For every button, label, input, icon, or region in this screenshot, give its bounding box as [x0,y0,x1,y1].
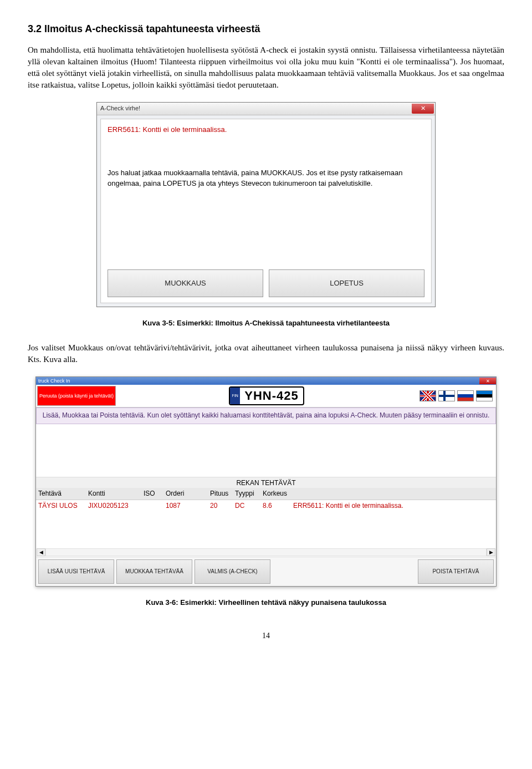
plate-number: YHN-425 [240,388,303,404]
plate-country-code: FIN [230,388,240,404]
figure-caption-1: Kuva 3-5: Esimerkki: Ilmoitus A-Chekissä… [28,318,504,328]
table-row[interactable]: TÄYSI ULOS JIXU0205123 1087 20 DC 8.6 ER… [36,500,496,512]
paragraph-1: On mahdollista, että huolimatta tehtävät… [28,44,504,91]
table-header: Tehtävä Kontti ISO Orderi Pituus Tyyppi … [36,488,496,500]
lopetus-button[interactable]: LOPETUS [269,269,424,297]
app-title: truck Check In [38,378,70,385]
muokkaus-button[interactable]: MUOKKAUS [108,269,263,297]
dialog-body: ERR5611: Kontti ei ole terminaalissa. Jo… [100,119,432,303]
cell-iso [144,501,166,511]
language-flags [416,385,496,407]
plate-area: FIN YHN-425 [117,385,416,407]
cell-tyyppi: DC [235,501,263,511]
flag-fi-icon[interactable] [438,390,455,401]
scroll-left-icon[interactable]: ◀ [37,548,45,556]
close-icon[interactable]: ✕ [412,104,434,114]
app-titlebar: truck Check In ✕ [36,377,496,385]
dialog-title: A-Check virhe! [100,104,140,113]
col-pituus: Pituus [210,489,235,498]
flag-ru-icon[interactable] [457,390,474,401]
scroll-right-icon[interactable]: ▶ [487,548,495,556]
col-kontti: Kontti [88,489,144,498]
cell-tehtava: TÄYSI ULOS [38,501,88,511]
tasks-panel [36,424,496,477]
paragraph-2: Jos valitset Muokkaus on/ovat tehtäväriv… [28,342,504,365]
add-task-button[interactable]: LISÄÄ UUSI TEHTÄVÄ [38,559,114,584]
ready-acheck-button[interactable]: VALMIS (A-CHECK) [195,559,270,584]
cell-korkeus: 8.6 [263,501,293,511]
tasks-table: Tehtävä Kontti ISO Orderi Pituus Tyyppi … [36,488,496,512]
dialog-button-row: MUOKKAUS LOPETUS [108,269,424,297]
cell-error: ERR5611: Kontti ei ole terminaalissa. [293,501,494,511]
page-number: 14 [28,630,504,641]
scrollbar-track[interactable] [45,548,487,556]
col-orderi: Orderi [166,489,210,498]
dialog-titlebar: A-Check virhe! ✕ [97,103,435,115]
cell-orderi: 1087 [166,501,210,511]
col-tehtava: Tehtävä [38,489,88,498]
cell-kontti: JIXU0205123 [88,501,144,511]
notice-bar: Lisää, Muokkaa tai Poista tehtäviä. Kun … [36,408,496,424]
close-icon[interactable]: ✕ [479,378,496,384]
delete-task-button[interactable]: POISTA TEHTÄVÄ [418,559,494,584]
error-dialog: A-Check virhe! ✕ ERR5611: Kontti ei ole … [96,102,436,307]
checkin-window: truck Check In ✕ Peruuta (poista käynti … [35,376,497,587]
flag-uk-icon[interactable] [420,390,436,401]
col-error [293,489,494,498]
tasks-title: REKAN TEHTÄVÄT [36,477,496,488]
figure-caption-2: Kuva 3-6: Esimerkki: Virheellinen tehtäv… [28,598,504,608]
error-message: ERR5611: Kontti ei ole terminaalissa. [108,125,424,135]
license-plate: FIN YHN-425 [229,386,304,405]
section-heading: 3.2 Ilmoitus A-checkissä tapahtuneesta v… [28,22,504,36]
app-header: Peruuta (poista käynti ja tehtävät) FIN … [36,385,496,408]
col-korkeus: Korkeus [263,489,293,498]
table-empty-area: ◀ ▶ [36,511,496,557]
spacer [273,559,416,584]
col-iso: ISO [144,489,166,498]
col-tyyppi: Tyyppi [235,489,263,498]
dialog-instruction: Jos haluat jatkaa muokkaamalla tehtäviä,… [108,168,424,188]
edit-task-button[interactable]: MUOKKAA TEHTÄVÄÄ [116,559,192,584]
app-button-row: LISÄÄ UUSI TEHTÄVÄ MUOKKAA TEHTÄVÄÄ VALM… [36,557,496,586]
cancel-visit-button[interactable]: Peruuta (poista käynti ja tehtävät) [37,386,116,406]
cell-pituus: 20 [210,501,235,511]
flag-ee-icon[interactable] [476,390,493,401]
